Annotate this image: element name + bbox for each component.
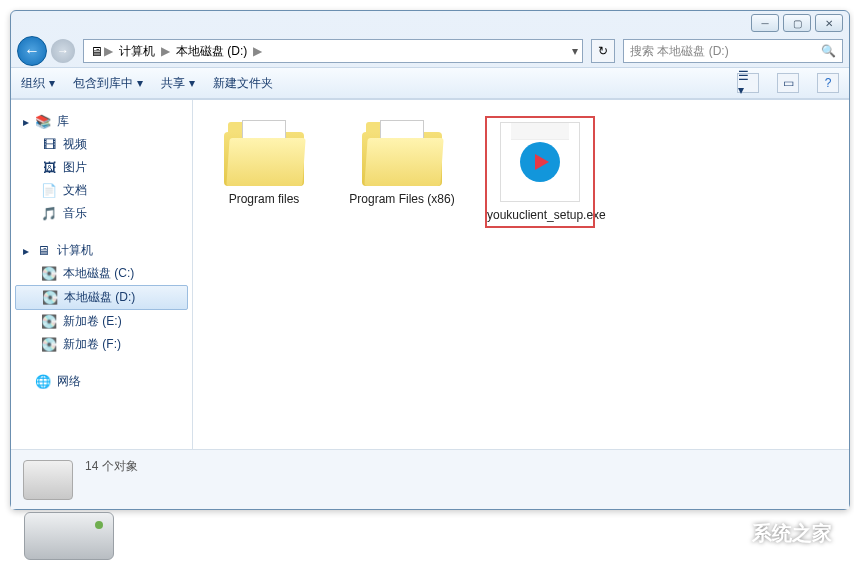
music-icon: 🎵 (41, 206, 57, 222)
chevron-right-icon: ▶ (104, 44, 113, 58)
chevron-down-icon: ▾ (49, 76, 55, 90)
folder-item[interactable]: Program files (209, 116, 319, 206)
large-drive-icon (24, 502, 114, 562)
sidebar-item-pictures[interactable]: 🖼图片 (11, 156, 192, 179)
breadcrumb-item[interactable]: 计算机 (119, 43, 155, 60)
toolbar: 组织 ▾ 包含到库中 ▾ 共享 ▾ 新建文件夹 ☰ ▾ ▭ ? (11, 67, 849, 99)
folder-item[interactable]: Program Files (x86) (347, 116, 457, 206)
minimize-button[interactable]: ─ (751, 14, 779, 32)
search-icon: 🔍 (821, 44, 836, 58)
folder-icon (224, 116, 304, 186)
chevron-down-icon: ▾ (137, 76, 143, 90)
navbar: ← → 🖥 ▶ 计算机 ▶ 本地磁盘 (D:) ▶ ▾ ↻ 搜索 本地磁盘 (D… (11, 35, 849, 67)
sidebar-item-drive-e[interactable]: 💽新加卷 (E:) (11, 310, 192, 333)
preview-pane-button[interactable]: ▭ (777, 73, 799, 93)
share-menu[interactable]: 共享 ▾ (161, 75, 195, 92)
sidebar-libraries-header[interactable]: ▸ 📚 库 (11, 110, 192, 133)
object-count: 14 个对象 (85, 458, 138, 475)
status-bar: 14 个对象 (11, 449, 849, 509)
search-placeholder: 搜索 本地磁盘 (D:) (630, 43, 729, 60)
watermark: 系统之家 (712, 518, 832, 548)
computer-icon: 🖥 (35, 243, 51, 259)
view-options-button[interactable]: ☰ ▾ (737, 73, 759, 93)
pictures-icon: 🖼 (41, 160, 57, 176)
installer-icon (500, 122, 580, 202)
close-button[interactable]: ✕ (815, 14, 843, 32)
video-icon: 🎞 (41, 137, 57, 153)
sidebar-group-network: ▸ 🌐 网络 (11, 370, 192, 393)
refresh-button[interactable]: ↻ (591, 39, 615, 63)
sidebar-item-drive-d[interactable]: 💽本地磁盘 (D:) (15, 285, 188, 310)
exe-item[interactable]: youkuclient_setup.exe (485, 116, 595, 228)
sidebar-group-libraries: ▸ 📚 库 🎞视频 🖼图片 📄文档 🎵音乐 (11, 110, 192, 225)
include-library-menu[interactable]: 包含到库中 ▾ (73, 75, 143, 92)
documents-icon: 📄 (41, 183, 57, 199)
computer-icon: 🖥 (88, 43, 104, 59)
search-input[interactable]: 搜索 本地磁盘 (D:) 🔍 (623, 39, 843, 63)
sidebar-item-videos[interactable]: 🎞视频 (11, 133, 192, 156)
expand-icon: ▸ (23, 244, 29, 258)
dropdown-icon[interactable]: ▾ (572, 44, 578, 58)
file-label: Program Files (x86) (347, 192, 457, 206)
maximize-button[interactable]: ▢ (783, 14, 811, 32)
sidebar-computer-header[interactable]: ▸ 🖥 计算机 (11, 239, 192, 262)
file-label: Program files (209, 192, 319, 206)
explorer-window: ─ ▢ ✕ ← → 🖥 ▶ 计算机 ▶ 本地磁盘 (D:) ▶ ▾ ↻ 搜索 本… (10, 10, 850, 510)
back-button[interactable]: ← (17, 36, 47, 66)
sidebar-group-computer: ▸ 🖥 计算机 💽本地磁盘 (C:) 💽本地磁盘 (D:) 💽新加卷 (E:) … (11, 239, 192, 356)
sidebar-network-header[interactable]: ▸ 🌐 网络 (11, 370, 192, 393)
address-bar[interactable]: 🖥 ▶ 计算机 ▶ 本地磁盘 (D:) ▶ ▾ (83, 39, 583, 63)
file-label: youkuclient_setup.exe (487, 208, 593, 222)
house-icon (712, 518, 746, 548)
chevron-right-icon: ▶ (253, 44, 262, 58)
youku-logo-icon (520, 142, 560, 182)
sidebar: ▸ 📚 库 🎞视频 🖼图片 📄文档 🎵音乐 ▸ 🖥 计算机 💽本地磁盘 (C:)… (11, 100, 193, 449)
expand-icon: ▸ (23, 115, 29, 129)
details-pane-drive-icon (23, 460, 73, 500)
forward-button[interactable]: → (51, 39, 75, 63)
titlebar: ─ ▢ ✕ (11, 11, 849, 35)
sidebar-item-music[interactable]: 🎵音乐 (11, 202, 192, 225)
drive-icon: 💽 (41, 266, 57, 282)
sidebar-item-drive-c[interactable]: 💽本地磁盘 (C:) (11, 262, 192, 285)
drive-icon: 💽 (41, 337, 57, 353)
chevron-right-icon: ▶ (161, 44, 170, 58)
drive-icon: 💽 (42, 290, 58, 306)
sidebar-item-drive-f[interactable]: 💽新加卷 (F:) (11, 333, 192, 356)
folder-icon (362, 116, 442, 186)
chevron-down-icon: ▾ (189, 76, 195, 90)
file-list[interactable]: Program files Program Files (x86) youkuc… (193, 100, 849, 449)
help-button[interactable]: ? (817, 73, 839, 93)
organize-menu[interactable]: 组织 ▾ (21, 75, 55, 92)
sidebar-item-documents[interactable]: 📄文档 (11, 179, 192, 202)
breadcrumb-item[interactable]: 本地磁盘 (D:) (176, 43, 247, 60)
network-icon: 🌐 (35, 374, 51, 390)
library-icon: 📚 (35, 114, 51, 130)
new-folder-button[interactable]: 新建文件夹 (213, 75, 273, 92)
drive-icon: 💽 (41, 314, 57, 330)
body: ▸ 📚 库 🎞视频 🖼图片 📄文档 🎵音乐 ▸ 🖥 计算机 💽本地磁盘 (C:)… (11, 99, 849, 449)
